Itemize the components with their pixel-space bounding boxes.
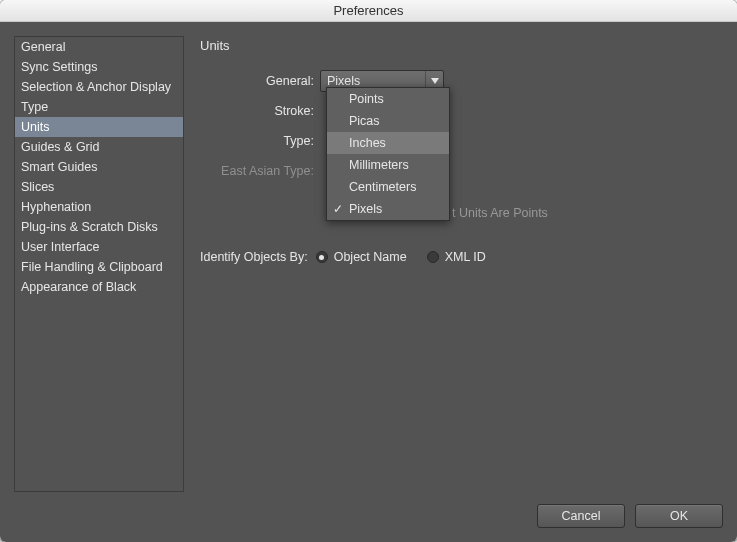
label-type: Type: <box>200 134 320 148</box>
sidebar-item-slices[interactable]: Slices <box>15 177 183 197</box>
row-type: Type: <box>200 129 723 153</box>
check-icon: ✓ <box>333 202 343 216</box>
sidebar-item-units[interactable]: Units <box>15 117 183 137</box>
dropdown-option-pixels[interactable]: ✓ Pixels <box>327 198 449 220</box>
sidebar-item-sync-settings[interactable]: Sync Settings <box>15 57 183 77</box>
hint-units-are-points: t Units Are Points <box>452 206 548 220</box>
units-panel: Units General: Pixels Stroke: Type: <box>200 36 723 492</box>
row-east-asian: East Asian Type: <box>200 159 723 183</box>
row-general: General: Pixels <box>200 69 723 93</box>
radio-xml-id[interactable] <box>427 251 439 263</box>
sidebar-item-user-interface[interactable]: User Interface <box>15 237 183 257</box>
row-identify-objects: Identify Objects By: Object Name XML ID <box>200 250 500 264</box>
window-body: General Sync Settings Selection & Anchor… <box>0 22 737 542</box>
label-general: General: <box>200 74 320 88</box>
dropdown-general-units[interactable]: Points Picas Inches Millimeters Centimet… <box>326 87 450 221</box>
panel-title: Units <box>200 38 723 53</box>
label-east-asian: East Asian Type: <box>200 164 320 178</box>
window-titlebar: Preferences <box>0 0 737 22</box>
dropdown-option-millimeters[interactable]: Millimeters <box>327 154 449 176</box>
sidebar-item-hyphenation[interactable]: Hyphenation <box>15 197 183 217</box>
option-label: Centimeters <box>349 180 416 194</box>
dropdown-option-points[interactable]: Points <box>327 88 449 110</box>
window-title: Preferences <box>333 3 403 18</box>
sidebar-item-smart-guides[interactable]: Smart Guides <box>15 157 183 177</box>
radio-label-object-name: Object Name <box>334 250 407 264</box>
option-label: Pixels <box>349 202 382 216</box>
dialog-footer: Cancel OK <box>14 492 723 528</box>
option-label: Points <box>349 92 384 106</box>
sidebar-item-selection-anchor[interactable]: Selection & Anchor Display <box>15 77 183 97</box>
option-label: Inches <box>349 136 386 150</box>
option-label: Millimeters <box>349 158 409 172</box>
row-stroke: Stroke: <box>200 99 723 123</box>
radio-group-identify: Object Name XML ID <box>316 250 500 264</box>
cancel-button[interactable]: Cancel <box>537 504 625 528</box>
ok-button[interactable]: OK <box>635 504 723 528</box>
sidebar-item-general[interactable]: General <box>15 37 183 57</box>
option-label: Picas <box>349 114 380 128</box>
sidebar-item-file-handling[interactable]: File Handling & Clipboard <box>15 257 183 277</box>
sidebar-item-appearance-black[interactable]: Appearance of Black <box>15 277 183 297</box>
sidebar-item-plugins-scratch[interactable]: Plug-ins & Scratch Disks <box>15 217 183 237</box>
main-row: General Sync Settings Selection & Anchor… <box>14 36 723 492</box>
preferences-sidebar: General Sync Settings Selection & Anchor… <box>14 36 184 492</box>
label-identify: Identify Objects By: <box>200 250 308 264</box>
select-general-value: Pixels <box>327 74 360 88</box>
sidebar-item-guides-grid[interactable]: Guides & Grid <box>15 137 183 157</box>
radio-label-xml-id: XML ID <box>445 250 486 264</box>
label-stroke: Stroke: <box>200 104 320 118</box>
dropdown-option-centimeters[interactable]: Centimeters <box>327 176 449 198</box>
preferences-window: Preferences General Sync Settings Select… <box>0 0 737 542</box>
dropdown-option-inches[interactable]: Inches <box>327 132 449 154</box>
radio-object-name[interactable] <box>316 251 328 263</box>
sidebar-item-type[interactable]: Type <box>15 97 183 117</box>
dropdown-option-picas[interactable]: Picas <box>327 110 449 132</box>
